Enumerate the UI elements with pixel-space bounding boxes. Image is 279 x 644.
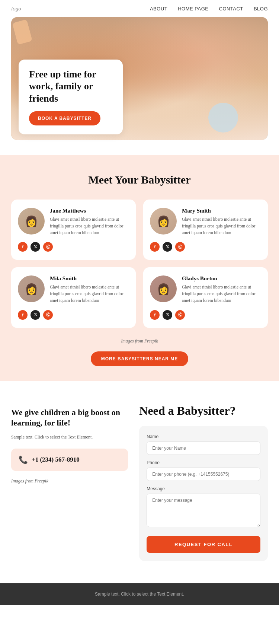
babysitter-desc: Glavi amet ritnisl libero molestie ante … bbox=[50, 216, 129, 236]
footer-text: Sample text. Click to select the Text El… bbox=[11, 592, 268, 597]
name-input[interactable] bbox=[147, 441, 260, 455]
card-info: Gladys Burton Glavi amet ritnisl libero … bbox=[182, 275, 261, 304]
need-right: Need a Babysitter? Name Phone Message RE… bbox=[139, 404, 268, 561]
need-section: We give children a big boost on learning… bbox=[0, 381, 279, 583]
contact-form: Name Phone Message REQUEST FOR CALL bbox=[139, 426, 268, 561]
phone-number: +1 (234) 567-8910 bbox=[32, 456, 80, 463]
avatar-face: 👩 bbox=[18, 275, 45, 302]
babysitters-section-title: Meet Your Babysitter bbox=[11, 173, 268, 186]
instagram-icon[interactable]: Ⓒ bbox=[175, 242, 185, 252]
social-icons: f 𝕏 Ⓒ bbox=[18, 242, 129, 252]
babysitter-card: 👩 Gladys Burton Glavi amet ritnisl liber… bbox=[143, 267, 268, 328]
nav-link-contact[interactable]: CONTACT bbox=[219, 6, 243, 12]
request-call-button[interactable]: REQUEST FOR CALL bbox=[147, 536, 260, 553]
hero-text-box: Free up time for work, family or friends… bbox=[19, 60, 123, 135]
need-right-heading: Need a Babysitter? bbox=[139, 404, 268, 418]
freepik-small-note: Images from Freepik bbox=[11, 478, 128, 484]
card-info: Jane Matthews Glavi amet ritnisl libero … bbox=[50, 208, 129, 236]
facebook-icon[interactable]: f bbox=[150, 310, 160, 320]
babysitters-section: Meet Your Babysitter 👩 Jane Matthews Gla… bbox=[0, 155, 279, 381]
social-icons: f 𝕏 Ⓒ bbox=[18, 310, 129, 320]
card-top: 👩 Gladys Burton Glavi amet ritnisl liber… bbox=[150, 275, 261, 304]
avatar: 👩 bbox=[150, 208, 177, 235]
nav-link-blog[interactable]: BLOG bbox=[254, 6, 268, 12]
hero-heading: Free up time for work, family or friends bbox=[29, 68, 112, 105]
card-info: Mila Smith Glavi amet ritnisl libero mol… bbox=[50, 275, 129, 304]
footer: Sample text. Click to select the Text El… bbox=[0, 583, 279, 605]
phone-box: 📞 +1 (234) 567-8910 bbox=[11, 449, 128, 471]
x-icon[interactable]: 𝕏 bbox=[163, 242, 172, 252]
phone-label: Phone bbox=[147, 460, 260, 465]
navigation: logo ABOUTHOME PAGECONTACTBLOG bbox=[0, 0, 279, 17]
babysitter-card: 👩 Mila Smith Glavi amet ritnisl libero m… bbox=[11, 267, 136, 328]
card-info: Mary Smith Glavi amet ritnisl libero mol… bbox=[182, 208, 261, 236]
nav-links: ABOUTHOME PAGECONTACTBLOG bbox=[150, 5, 268, 12]
message-input[interactable] bbox=[147, 494, 260, 527]
x-icon[interactable]: 𝕏 bbox=[31, 310, 40, 320]
need-left-body: Sample text. Click to select the Text El… bbox=[11, 434, 128, 440]
avatar: 👩 bbox=[18, 208, 45, 235]
babysitter-desc: Glavi amet ritnisl libero molestie ante … bbox=[50, 284, 129, 304]
message-label: Message bbox=[147, 486, 260, 491]
card-top: 👩 Mary Smith Glavi amet ritnisl libero m… bbox=[150, 208, 261, 236]
message-field-group: Message bbox=[147, 486, 260, 529]
social-icons: f 𝕏 Ⓒ bbox=[150, 242, 261, 252]
social-icons: f 𝕏 Ⓒ bbox=[150, 310, 261, 320]
instagram-icon[interactable]: Ⓒ bbox=[43, 310, 53, 320]
avatar-face: 👩 bbox=[150, 275, 177, 302]
card-top: 👩 Jane Matthews Glavi amet ritnisl liber… bbox=[18, 208, 129, 236]
avatar: 👩 bbox=[150, 275, 177, 302]
instagram-icon[interactable]: Ⓒ bbox=[175, 310, 185, 320]
name-label: Name bbox=[147, 434, 260, 439]
babysitter-card: 👩 Jane Matthews Glavi amet ritnisl liber… bbox=[11, 200, 136, 260]
facebook-icon[interactable]: f bbox=[18, 242, 28, 252]
book-babysitter-button[interactable]: BOOK A BABYSITTER bbox=[29, 111, 100, 125]
phone-input[interactable] bbox=[147, 468, 260, 481]
more-babysitters-button[interactable]: MORE BABYSITTERS NEAR ME bbox=[91, 351, 189, 366]
avatar-face: 👩 bbox=[18, 208, 45, 235]
facebook-icon[interactable]: f bbox=[150, 242, 160, 252]
facebook-icon[interactable]: f bbox=[18, 310, 28, 320]
avatar-face: 👩 bbox=[150, 208, 177, 235]
freepik-note: Images from Freepik bbox=[11, 338, 268, 344]
babysitter-name: Gladys Burton bbox=[182, 275, 261, 282]
babysitters-grid: 👩 Jane Matthews Glavi amet ritnisl liber… bbox=[11, 200, 268, 328]
babysitter-name: Jane Matthews bbox=[50, 208, 129, 214]
nav-link-about[interactable]: ABOUT bbox=[150, 6, 167, 12]
card-top: 👩 Mila Smith Glavi amet ritnisl libero m… bbox=[18, 275, 129, 304]
avatar: 👩 bbox=[18, 275, 45, 302]
need-left-heading: We give children a big boost on learning… bbox=[11, 407, 128, 428]
phone-icon: 📞 bbox=[19, 455, 28, 464]
babysitter-desc: Glavi amet ritnisl libero molestie ante … bbox=[182, 216, 261, 236]
hero-section: Free up time for work, family or friends… bbox=[0, 17, 279, 155]
x-icon[interactable]: 𝕏 bbox=[163, 310, 172, 320]
nav-link-home-page[interactable]: HOME PAGE bbox=[178, 6, 208, 12]
babysitter-desc: Glavi amet ritnisl libero molestie ante … bbox=[182, 284, 261, 304]
babysitter-card: 👩 Mary Smith Glavi amet ritnisl libero m… bbox=[143, 200, 268, 260]
logo: logo bbox=[11, 6, 21, 12]
phone-field-group: Phone bbox=[147, 460, 260, 481]
need-left: We give children a big boost on learning… bbox=[11, 404, 128, 492]
freepik-small-link[interactable]: Freepik bbox=[35, 478, 48, 484]
instagram-icon[interactable]: Ⓒ bbox=[43, 242, 53, 252]
babysitter-name: Mary Smith bbox=[182, 208, 261, 214]
babysitter-name: Mila Smith bbox=[50, 275, 129, 282]
x-icon[interactable]: 𝕏 bbox=[31, 242, 40, 252]
name-field-group: Name bbox=[147, 434, 260, 455]
